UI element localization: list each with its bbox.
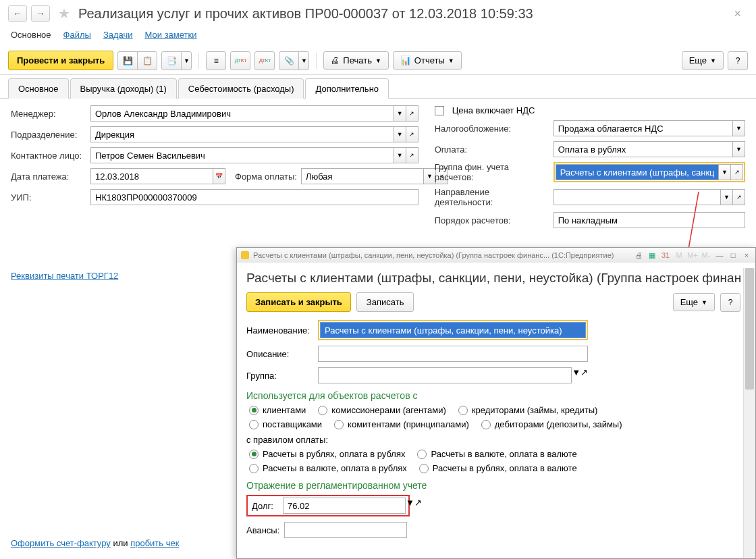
- m-icon[interactable]: M: [674, 250, 684, 260]
- contact-dd[interactable]: ▼: [394, 147, 406, 163]
- contact-open[interactable]: ↗: [406, 147, 418, 163]
- modal-close-icon[interactable]: ×: [742, 250, 751, 260]
- paydate-cal[interactable]: 📅: [213, 168, 225, 184]
- radio-cred[interactable]: [458, 406, 468, 415]
- radio-cred-label: кредиторами (займы, кредиты): [472, 405, 598, 415]
- nav-main[interactable]: Основное: [11, 30, 51, 40]
- post-icon[interactable]: 📋: [137, 51, 157, 70]
- manager-input[interactable]: [90, 105, 394, 122]
- attach-icon[interactable]: 📎: [279, 51, 299, 70]
- tax-input[interactable]: [554, 120, 733, 136]
- tab-additional[interactable]: Дополнительно: [305, 78, 389, 99]
- radio-clients[interactable]: [249, 406, 259, 415]
- fingroup-open[interactable]: ↗: [731, 164, 743, 180]
- contact-input[interactable]: [90, 147, 394, 163]
- more-button[interactable]: Еще▼: [682, 51, 724, 70]
- mplus-icon[interactable]: M+: [688, 250, 697, 260]
- tab-main[interactable]: Основное: [8, 78, 69, 99]
- dropdown-icon[interactable]: ▼: [181, 51, 192, 70]
- close-icon[interactable]: ×: [734, 7, 748, 21]
- post-close-button[interactable]: Провести и закрыть: [8, 51, 113, 70]
- settle-input[interactable]: [554, 212, 745, 228]
- dept-open[interactable]: ↗: [406, 126, 418, 142]
- activity-label: Направление деятельности:: [435, 187, 549, 207]
- print-button[interactable]: 🖨Печать▼: [323, 51, 389, 70]
- help-button[interactable]: ?: [728, 51, 748, 70]
- radio-suppl-label: поставщиками: [263, 419, 322, 429]
- nav-back[interactable]: ←: [8, 5, 27, 22]
- group-open[interactable]: ↗: [580, 367, 588, 383]
- payment-dd[interactable]: ▼: [733, 141, 745, 157]
- nav-files[interactable]: Файлы: [63, 30, 91, 40]
- fingroup-input[interactable]: [556, 164, 719, 180]
- vat-checkbox[interactable]: [435, 106, 444, 115]
- nav-tasks[interactable]: Задачи: [103, 30, 133, 40]
- desc-label: Описание:: [246, 349, 314, 359]
- name-input[interactable]: [320, 322, 586, 338]
- fingroup-dd[interactable]: ▼: [719, 164, 731, 180]
- tab-income[interactable]: Выручка (доходы) (1): [70, 78, 177, 99]
- star-icon[interactable]: ★: [58, 5, 70, 22]
- nav-links: Основное Файлы Задачи Мои заметки: [0, 27, 756, 47]
- manager-open[interactable]: ↗: [406, 105, 418, 122]
- radio-comit[interactable]: [334, 420, 344, 429]
- activity-open[interactable]: ↗: [733, 189, 745, 205]
- create-based-icon[interactable]: 📑: [161, 51, 182, 70]
- torg12-link[interactable]: Реквизиты печати ТОРГ12: [11, 271, 118, 281]
- max-icon[interactable]: □: [728, 250, 738, 260]
- group-dd[interactable]: ▼: [572, 367, 580, 383]
- radio-suppl[interactable]: [249, 420, 259, 429]
- modal-help[interactable]: ?: [720, 293, 740, 312]
- radio-debit[interactable]: [481, 420, 491, 429]
- group-label: Группа:: [246, 371, 314, 381]
- check-link[interactable]: пробить чек: [130, 538, 179, 548]
- reports-button[interactable]: 📊Отчеты▼: [393, 51, 462, 70]
- radio-commiss[interactable]: [318, 406, 327, 415]
- calc-icon[interactable]: ▦: [647, 250, 657, 260]
- group-input[interactable]: [318, 367, 572, 383]
- nav-fwd[interactable]: →: [31, 5, 50, 22]
- radio-pr1-label: Расчеты в рублях, оплата в рублях: [263, 449, 405, 459]
- payment-input[interactable]: [554, 141, 733, 157]
- modal-save[interactable]: Записать: [356, 292, 414, 312]
- dtct-icon[interactable]: ДтКт: [230, 51, 250, 70]
- save-icon[interactable]: 💾: [117, 51, 138, 70]
- tax-dd[interactable]: ▼: [733, 120, 745, 136]
- payment-label: Оплата:: [435, 144, 549, 155]
- modal-more[interactable]: Еще▼: [673, 293, 715, 311]
- modal-scrollbar[interactable]: [743, 268, 755, 558]
- debt-dd[interactable]: ▼: [406, 498, 414, 514]
- mminus-icon[interactable]: M-: [701, 250, 711, 260]
- attach-dd-icon[interactable]: ▼: [298, 51, 309, 70]
- radio-pr4[interactable]: [419, 464, 429, 473]
- activity-dd[interactable]: ▼: [721, 189, 733, 205]
- radio-pr2-label: Расчеты в валюте, оплата в валюте: [431, 449, 576, 459]
- desc-input[interactable]: [318, 346, 588, 362]
- radio-pr3[interactable]: [249, 464, 259, 473]
- dept-input[interactable]: [90, 126, 394, 142]
- debt-open[interactable]: ↗: [414, 498, 422, 514]
- cal-icon[interactable]: 31: [661, 250, 670, 260]
- manager-label: Менеджер:: [11, 109, 86, 119]
- nav-notes[interactable]: Мои заметки: [145, 30, 197, 40]
- modal-save-close[interactable]: Записать и закрыть: [246, 292, 351, 312]
- dept-dd[interactable]: ▼: [394, 126, 406, 142]
- debt-input[interactable]: [283, 498, 406, 514]
- manager-dd[interactable]: ▼: [394, 105, 406, 122]
- radio-pr1[interactable]: [249, 450, 259, 459]
- payform-input[interactable]: [301, 168, 424, 184]
- app-icon: [241, 251, 249, 259]
- min-icon[interactable]: —: [715, 250, 724, 260]
- print-icon[interactable]: 🖨: [634, 250, 643, 260]
- payform-label: Форма оплаты:: [235, 171, 297, 182]
- modal-bar-title: Расчеты с клиентами (штрафы, санкции, пе…: [253, 251, 630, 259]
- invoice-link[interactable]: Оформить счет-фактуру: [11, 538, 111, 548]
- uip-input[interactable]: [90, 189, 418, 205]
- advance-input[interactable]: [284, 522, 407, 538]
- tab-cost[interactable]: Себестоимость (расходы): [178, 78, 304, 99]
- activity-input[interactable]: [554, 189, 721, 205]
- dtct2-icon[interactable]: ДтКт: [254, 51, 275, 70]
- structure-icon[interactable]: ≡: [206, 51, 226, 70]
- radio-pr2[interactable]: [417, 450, 427, 459]
- paydate-input[interactable]: [90, 168, 213, 184]
